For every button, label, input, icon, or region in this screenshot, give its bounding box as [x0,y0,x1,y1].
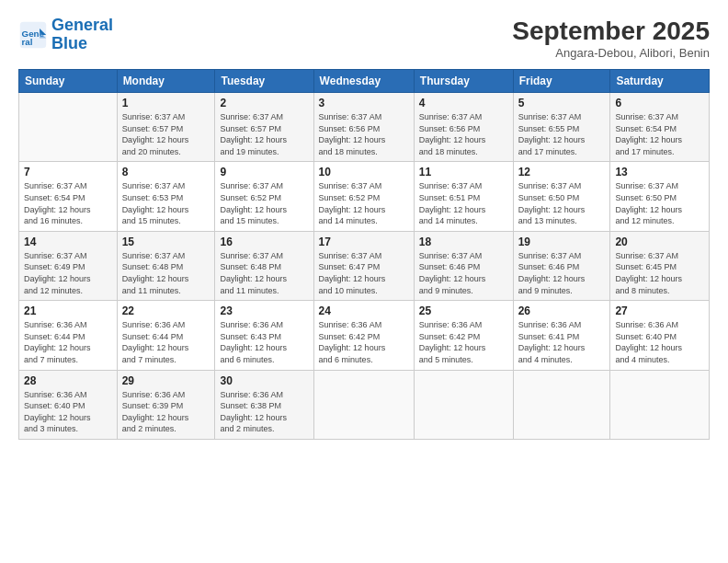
day-info: Sunrise: 6:37 AM Sunset: 6:52 PM Dayligh… [220,180,308,226]
day-info: Sunrise: 6:36 AM Sunset: 6:44 PM Dayligh… [24,319,112,365]
calendar-cell: 16Sunrise: 6:37 AM Sunset: 6:48 PM Dayli… [215,231,313,300]
calendar-week-row: 21Sunrise: 6:36 AM Sunset: 6:44 PM Dayli… [19,301,710,370]
day-info: Sunrise: 6:37 AM Sunset: 6:48 PM Dayligh… [220,250,308,296]
calendar-cell: 9Sunrise: 6:37 AM Sunset: 6:52 PM Daylig… [215,162,313,231]
logo-text-line2: Blue [51,35,113,53]
logo-text-line1: General [51,17,113,35]
day-number: 23 [220,304,308,317]
col-monday: Monday [117,70,215,93]
calendar-cell: 2Sunrise: 6:37 AM Sunset: 6:57 PM Daylig… [215,93,313,162]
calendar-table: Sunday Monday Tuesday Wednesday Thursday… [18,69,710,440]
location: Angara-Debou, Alibori, Benin [512,46,710,60]
svg-text:ral: ral [22,36,33,46]
day-info: Sunrise: 6:37 AM Sunset: 6:45 PM Dayligh… [615,250,704,296]
calendar-cell: 27Sunrise: 6:36 AM Sunset: 6:40 PM Dayli… [610,301,710,370]
calendar-cell [19,93,118,162]
calendar-cell: 24Sunrise: 6:36 AM Sunset: 6:42 PM Dayli… [313,301,414,370]
day-number: 19 [518,236,606,248]
day-number: 9 [220,166,308,178]
calendar-cell: 19Sunrise: 6:37 AM Sunset: 6:46 PM Dayli… [513,231,610,300]
logo-icon: Gene ral [18,20,48,50]
calendar-cell: 20Sunrise: 6:37 AM Sunset: 6:45 PM Dayli… [610,231,710,300]
day-number: 12 [518,166,606,178]
calendar-cell: 10Sunrise: 6:37 AM Sunset: 6:52 PM Dayli… [313,162,414,231]
day-info: Sunrise: 6:37 AM Sunset: 6:46 PM Dayligh… [518,250,606,296]
calendar-cell: 15Sunrise: 6:37 AM Sunset: 6:48 PM Dayli… [117,231,215,300]
calendar-cell: 25Sunrise: 6:36 AM Sunset: 6:42 PM Dayli… [414,301,513,370]
day-info: Sunrise: 6:37 AM Sunset: 6:54 PM Dayligh… [24,180,112,226]
day-info: Sunrise: 6:36 AM Sunset: 6:38 PM Dayligh… [220,389,308,435]
day-info: Sunrise: 6:36 AM Sunset: 6:40 PM Dayligh… [615,319,704,365]
day-info: Sunrise: 6:37 AM Sunset: 6:46 PM Dayligh… [419,250,508,296]
logo: Gene ral General Blue [18,17,113,53]
day-number: 21 [24,304,112,317]
calendar-cell: 5Sunrise: 6:37 AM Sunset: 6:55 PM Daylig… [513,93,610,162]
calendar-cell [414,370,513,439]
day-info: Sunrise: 6:36 AM Sunset: 6:43 PM Dayligh… [220,319,308,365]
calendar-cell: 7Sunrise: 6:37 AM Sunset: 6:54 PM Daylig… [19,162,118,231]
calendar-week-row: 1Sunrise: 6:37 AM Sunset: 6:57 PM Daylig… [19,93,710,162]
calendar-cell [513,370,610,439]
col-saturday: Saturday [610,70,710,93]
day-number: 4 [419,97,508,109]
day-number: 27 [615,304,704,317]
day-number: 15 [122,236,210,248]
day-number: 14 [24,236,112,248]
day-info: Sunrise: 6:37 AM Sunset: 6:50 PM Dayligh… [518,180,606,226]
calendar-cell: 28Sunrise: 6:36 AM Sunset: 6:40 PM Dayli… [19,370,118,439]
col-sunday: Sunday [19,70,118,93]
title-block: September 2025 Angara-Debou, Alibori, Be… [512,17,710,60]
day-info: Sunrise: 6:36 AM Sunset: 6:42 PM Dayligh… [319,319,409,365]
calendar-week-row: 7Sunrise: 6:37 AM Sunset: 6:54 PM Daylig… [19,162,710,231]
day-number: 29 [122,374,210,387]
day-info: Sunrise: 6:37 AM Sunset: 6:56 PM Dayligh… [319,111,409,157]
day-number: 28 [24,374,112,387]
calendar-header-row: Sunday Monday Tuesday Wednesday Thursday… [19,70,710,93]
day-number: 25 [419,304,508,317]
day-number: 7 [24,166,112,178]
day-number: 20 [615,236,704,248]
day-info: Sunrise: 6:37 AM Sunset: 6:57 PM Dayligh… [122,111,210,157]
day-number: 6 [615,97,704,109]
day-info: Sunrise: 6:37 AM Sunset: 6:56 PM Dayligh… [419,111,508,157]
day-info: Sunrise: 6:37 AM Sunset: 6:47 PM Dayligh… [319,250,409,296]
col-tuesday: Tuesday [215,70,313,93]
day-info: Sunrise: 6:37 AM Sunset: 6:54 PM Dayligh… [615,111,704,157]
day-info: Sunrise: 6:37 AM Sunset: 6:48 PM Dayligh… [122,250,210,296]
day-info: Sunrise: 6:36 AM Sunset: 6:39 PM Dayligh… [122,389,210,435]
day-number: 11 [419,166,508,178]
calendar-week-row: 14Sunrise: 6:37 AM Sunset: 6:49 PM Dayli… [19,231,710,300]
calendar-cell: 8Sunrise: 6:37 AM Sunset: 6:53 PM Daylig… [117,162,215,231]
day-number: 17 [319,236,409,248]
day-info: Sunrise: 6:36 AM Sunset: 6:41 PM Dayligh… [518,319,606,365]
day-number: 13 [615,166,704,178]
day-number: 8 [122,166,210,178]
col-friday: Friday [513,70,610,93]
day-number: 3 [319,97,409,109]
calendar-cell: 11Sunrise: 6:37 AM Sunset: 6:51 PM Dayli… [414,162,513,231]
calendar-week-row: 28Sunrise: 6:36 AM Sunset: 6:40 PM Dayli… [19,370,710,439]
calendar-cell [610,370,710,439]
day-number: 22 [122,304,210,317]
day-info: Sunrise: 6:37 AM Sunset: 6:55 PM Dayligh… [518,111,606,157]
calendar-cell: 3Sunrise: 6:37 AM Sunset: 6:56 PM Daylig… [313,93,414,162]
day-info: Sunrise: 6:37 AM Sunset: 6:50 PM Dayligh… [615,180,704,226]
day-info: Sunrise: 6:36 AM Sunset: 6:42 PM Dayligh… [419,319,508,365]
calendar-cell: 22Sunrise: 6:36 AM Sunset: 6:44 PM Dayli… [117,301,215,370]
calendar-cell: 26Sunrise: 6:36 AM Sunset: 6:41 PM Dayli… [513,301,610,370]
col-wednesday: Wednesday [313,70,414,93]
day-number: 2 [220,97,308,109]
day-number: 18 [419,236,508,248]
calendar-cell: 17Sunrise: 6:37 AM Sunset: 6:47 PM Dayli… [313,231,414,300]
col-thursday: Thursday [414,70,513,93]
calendar-cell: 21Sunrise: 6:36 AM Sunset: 6:44 PM Dayli… [19,301,118,370]
day-info: Sunrise: 6:37 AM Sunset: 6:52 PM Dayligh… [319,180,409,226]
day-info: Sunrise: 6:37 AM Sunset: 6:49 PM Dayligh… [24,250,112,296]
day-number: 16 [220,236,308,248]
day-info: Sunrise: 6:37 AM Sunset: 6:53 PM Dayligh… [122,180,210,226]
calendar-cell: 30Sunrise: 6:36 AM Sunset: 6:38 PM Dayli… [215,370,313,439]
day-number: 5 [518,97,606,109]
day-number: 10 [319,166,409,178]
calendar-cell: 23Sunrise: 6:36 AM Sunset: 6:43 PM Dayli… [215,301,313,370]
calendar-cell [313,370,414,439]
